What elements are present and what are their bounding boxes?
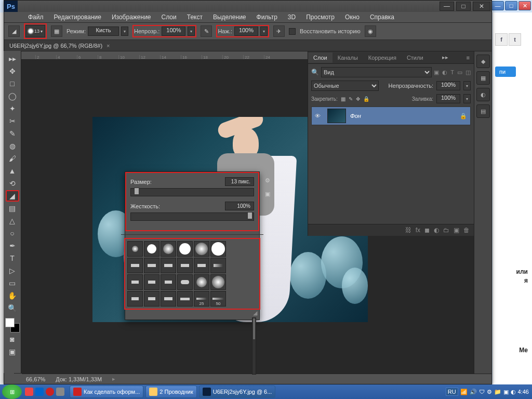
- tray-icon[interactable]: 🔊: [470, 389, 477, 395]
- document-tab[interactable]: U6ERj2sjy6Y.jpg @ 66,7% (RGB/8#) ×: [4, 40, 491, 51]
- zoom-level[interactable]: 66,67%: [26, 376, 45, 382]
- window-close-button[interactable]: ✕: [473, 2, 490, 11]
- quick-launch-icon[interactable]: [35, 388, 44, 396]
- collapse-icon[interactable]: ▸▸: [6, 53, 19, 64]
- shape-tool[interactable]: ▭: [6, 277, 19, 289]
- airbrush-icon[interactable]: ✈: [273, 25, 285, 37]
- quick-launch-opera-icon[interactable]: [46, 388, 54, 396]
- erase-history-checkbox[interactable]: [289, 28, 296, 35]
- brush-preset[interactable]: [194, 274, 209, 290]
- brush-hardness-input[interactable]: 100%: [225, 202, 254, 210]
- filter-pixel-icon[interactable]: ▣: [434, 69, 439, 76]
- tray-icon[interactable]: 📶: [460, 389, 468, 395]
- brush-preset[interactable]: [177, 291, 193, 307]
- mode-dropdown-arrow[interactable]: ▾: [121, 26, 128, 36]
- tab-channels[interactable]: Каналы: [332, 52, 363, 63]
- clock[interactable]: 4:46: [518, 389, 529, 395]
- brush-preset[interactable]: [161, 274, 176, 290]
- pressure-size-icon[interactable]: ◉: [365, 25, 376, 37]
- brush-tool[interactable]: 🖌: [6, 153, 19, 164]
- pen-tool[interactable]: ✒: [6, 240, 19, 251]
- menu-layer[interactable]: Слои: [157, 12, 181, 22]
- opacity-dropdown-arrow[interactable]: ▾: [188, 26, 195, 36]
- tray-icon[interactable]: ▣: [503, 389, 509, 395]
- window-maximize-button[interactable]: □: [456, 2, 471, 11]
- brush-panel-toggle[interactable]: ▦: [51, 25, 62, 37]
- brush-grid-scrollbar[interactable]: [252, 317, 256, 375]
- history-brush-tool[interactable]: ⟲: [6, 178, 19, 189]
- dock-swatches-icon[interactable]: ▦: [476, 71, 490, 85]
- layer-opacity-arrow[interactable]: ▾: [463, 81, 471, 90]
- twitter-icon[interactable]: t: [509, 33, 521, 46]
- marquee-tool[interactable]: □: [6, 78, 19, 89]
- screenmode-icon[interactable]: ▣: [6, 346, 19, 357]
- dock-styles-icon[interactable]: ▤: [476, 104, 490, 118]
- brush-preset[interactable]: [210, 241, 226, 257]
- wand-tool[interactable]: ✦: [6, 103, 19, 114]
- mode-select[interactable]: Кисть: [88, 26, 119, 36]
- brush-preset[interactable]: [144, 241, 159, 257]
- stamp-tool[interactable]: ▲: [6, 165, 19, 177]
- menu-edit[interactable]: Редактирование: [50, 12, 105, 22]
- dock-adjustments-icon[interactable]: ◐: [476, 88, 490, 101]
- menu-3d[interactable]: 3D: [284, 12, 300, 22]
- panel-menu-icon[interactable]: ≡: [462, 55, 474, 61]
- mask-icon[interactable]: ◼: [424, 227, 430, 234]
- menu-help[interactable]: Справка: [366, 12, 398, 22]
- new-layer-icon[interactable]: ▣: [454, 227, 459, 234]
- tray-icon[interactable]: ◐: [511, 389, 516, 395]
- brush-preset[interactable]: [127, 258, 143, 273]
- tab-styles[interactable]: Стили: [402, 52, 429, 63]
- facebook-icon[interactable]: f: [495, 33, 508, 46]
- tray-icon[interactable]: 🛡: [479, 389, 485, 395]
- hand-tool[interactable]: ✋: [6, 290, 19, 301]
- taskbar-item[interactable]: Как сделать оформ...: [70, 385, 143, 398]
- dock-color-icon[interactable]: ◆: [476, 55, 490, 68]
- brush-preset[interactable]: [127, 274, 143, 290]
- popup-resize-handle[interactable]: ◢: [125, 309, 259, 317]
- lang-indicator[interactable]: RU: [446, 388, 458, 396]
- tab-close-icon[interactable]: ×: [107, 43, 110, 49]
- os-maximize-button[interactable]: □: [505, 1, 517, 10]
- fx-icon[interactable]: fx: [416, 227, 420, 234]
- behind-button[interactable]: пи: [495, 66, 516, 77]
- flow-dropdown-arrow[interactable]: ▾: [260, 26, 268, 36]
- lock-all-icon[interactable]: 🔒: [363, 96, 369, 102]
- menu-view[interactable]: Просмотр: [302, 12, 339, 22]
- layer-thumbnail[interactable]: [327, 109, 346, 123]
- blur-tool[interactable]: △: [6, 215, 19, 227]
- brush-size-slider[interactable]: [130, 188, 254, 196]
- filter-adjust-icon[interactable]: ◐: [442, 69, 447, 76]
- opacity-input[interactable]: 100%: [162, 26, 185, 36]
- link-layers-icon[interactable]: ⛓: [405, 227, 411, 234]
- brush-preset[interactable]: [144, 258, 159, 273]
- brush-preset[interactable]: [127, 241, 143, 257]
- flow-input[interactable]: 100%: [234, 26, 258, 36]
- menu-window[interactable]: Окно: [341, 12, 364, 22]
- fill-arrow[interactable]: ▾: [463, 94, 471, 103]
- brush-preset-picker[interactable]: 13 ▾: [25, 25, 45, 37]
- brush-preset[interactable]: [210, 274, 226, 290]
- crop-tool[interactable]: ✂: [6, 115, 19, 127]
- lasso-tool[interactable]: ◯: [6, 90, 19, 102]
- type-tool[interactable]: T: [6, 252, 19, 264]
- filter-smart-icon[interactable]: ◫: [466, 69, 471, 76]
- group-icon[interactable]: 🗀: [443, 227, 449, 234]
- delete-layer-icon[interactable]: 🗑: [463, 227, 470, 234]
- filter-shape-icon[interactable]: ▭: [457, 69, 462, 76]
- quick-launch-icon[interactable]: [56, 388, 64, 396]
- tray-icon[interactable]: 📁: [494, 389, 501, 395]
- brush-preset[interactable]: [144, 274, 159, 290]
- quick-launch-icon[interactable]: [25, 388, 33, 396]
- dodge-tool[interactable]: ○: [6, 228, 19, 239]
- menu-type[interactable]: Текст: [183, 12, 207, 22]
- layer-filter-kind[interactable]: Вид: [321, 67, 432, 77]
- doc-size[interactable]: Док: 1,33M/1,33M: [56, 376, 102, 382]
- window-minimize-button[interactable]: —: [440, 2, 454, 11]
- fill-input[interactable]: 100%: [436, 94, 460, 103]
- os-close-button[interactable]: ✕: [518, 1, 531, 10]
- brush-preset[interactable]: 25: [194, 291, 209, 307]
- layer-name[interactable]: Фон: [350, 113, 361, 119]
- brush-preset[interactable]: [177, 241, 193, 257]
- color-swatch[interactable]: [5, 318, 20, 332]
